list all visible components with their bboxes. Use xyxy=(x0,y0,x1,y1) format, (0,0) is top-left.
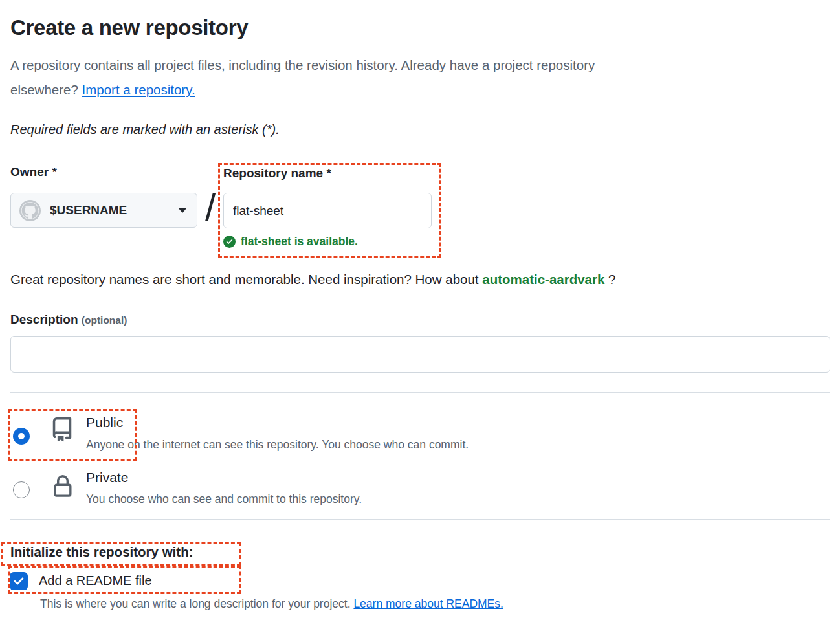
description-optional-text: (optional) xyxy=(82,314,127,326)
readme-checkbox[interactable] xyxy=(10,572,28,590)
divider-bottom xyxy=(10,519,830,520)
public-option-description: Anyone on the internet can see this repo… xyxy=(86,438,469,452)
public-radio[interactable] xyxy=(13,428,30,445)
suggested-name[interactable]: automatic-aardvark xyxy=(482,272,604,287)
required-fields-note: Required fields are marked with an aster… xyxy=(10,122,280,137)
import-repository-link[interactable]: Import a repository. xyxy=(82,82,195,97)
repository-name-input[interactable] xyxy=(223,193,432,228)
name-suggestion: Great repository names are short and mem… xyxy=(10,272,616,287)
intro-line1: A repository contains all project files,… xyxy=(10,58,595,72)
learn-more-readmes-link[interactable]: Learn more about READMEs. xyxy=(353,597,503,610)
owner-avatar xyxy=(19,200,41,221)
description-label: Description (optional) xyxy=(10,313,127,327)
public-option-label[interactable]: Public xyxy=(86,415,123,430)
readme-note: This is where you can write a long descr… xyxy=(40,597,503,611)
check-circle-icon xyxy=(223,236,236,248)
private-option-label[interactable]: Private xyxy=(86,470,128,485)
owner-dropdown-button[interactable]: $USERNAME xyxy=(10,193,197,228)
divider-middle xyxy=(10,392,830,393)
owner-value: $USERNAME xyxy=(50,203,127,217)
suggestion-prefix: Great repository names are short and mem… xyxy=(10,272,482,287)
availability-text: flat-sheet is available. xyxy=(241,235,358,248)
initialize-section-title: Initialize this repository with: xyxy=(10,544,193,560)
chevron-down-icon xyxy=(179,208,186,213)
description-label-text: Description xyxy=(10,313,78,326)
create-repository-page: Create a new repository A repository con… xyxy=(0,0,840,629)
readme-checkbox-label[interactable]: Add a README file xyxy=(39,573,152,588)
divider-top xyxy=(10,109,830,109)
private-radio[interactable] xyxy=(13,481,30,498)
readme-note-text: This is where you can write a long descr… xyxy=(40,597,353,610)
page-title: Create a new repository xyxy=(10,16,248,40)
checkmark-icon xyxy=(12,575,25,588)
intro-line2-prefix: elsewhere? xyxy=(10,82,82,97)
repo-book-icon xyxy=(50,417,74,442)
repository-name-label: Repository name * xyxy=(223,166,331,181)
intro-text: A repository contains all project files,… xyxy=(10,53,595,102)
private-option-description: You choose who can see and commit to thi… xyxy=(86,492,362,506)
lock-icon xyxy=(51,474,74,500)
description-input[interactable] xyxy=(10,336,830,373)
suggestion-suffix: ? xyxy=(604,272,615,287)
availability-message: flat-sheet is available. xyxy=(223,235,358,248)
owner-repo-separator: / xyxy=(199,186,222,229)
owner-label: Owner * xyxy=(10,165,57,179)
